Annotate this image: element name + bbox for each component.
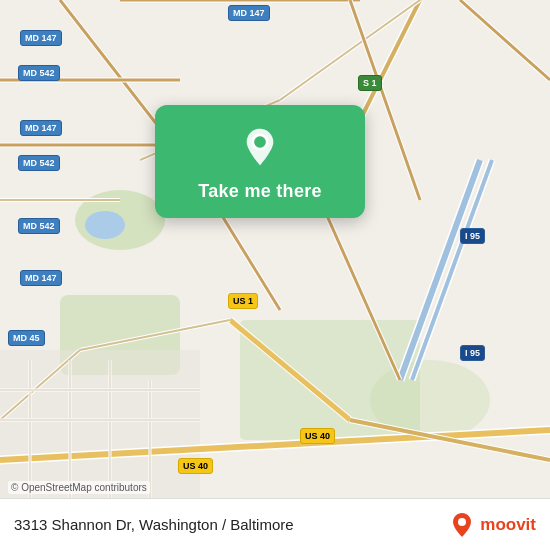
road-badge-md542-1: MD 542 [18,65,60,81]
map-roads [0,0,550,550]
road-badge-md542-2: MD 542 [18,155,60,171]
road-badge-us40-2: US 40 [178,458,213,474]
address-text: 3313 Shannon Dr, Washington / Baltimore [14,516,294,533]
svg-point-5 [85,211,125,239]
road-badge-md147-top: MD 147 [228,5,270,21]
road-badge-md147-1: MD 147 [20,30,62,46]
road-badge-i95-2: I 95 [460,345,485,361]
svg-point-57 [254,136,266,148]
osm-attribution: © OpenStreetMap contributors [8,481,150,494]
moovit-logo-icon [448,511,476,539]
road-badge-s1: S 1 [358,75,382,91]
pin-icon [236,123,284,171]
take-me-there-button[interactable]: Take me there [198,179,322,204]
road-badge-us1: US 1 [228,293,258,309]
road-badge-md147-3: MD 147 [20,270,62,286]
moovit-text: moovit [480,515,536,535]
bottom-bar: 3313 Shannon Dr, Washington / Baltimore … [0,498,550,550]
map-container: MD 147 MD 147 MD 147 MD 542 MD 542 MD 54… [0,0,550,550]
road-badge-us40-1: US 40 [300,428,335,444]
road-badge-i95-1: I 95 [460,228,485,244]
road-badge-md147-2: MD 147 [20,120,62,136]
road-badge-md45: MD 45 [8,330,45,346]
svg-point-59 [458,518,466,526]
moovit-logo: moovit [448,511,536,539]
road-badge-md542-3: MD 542 [18,218,60,234]
location-card: Take me there [155,105,365,218]
